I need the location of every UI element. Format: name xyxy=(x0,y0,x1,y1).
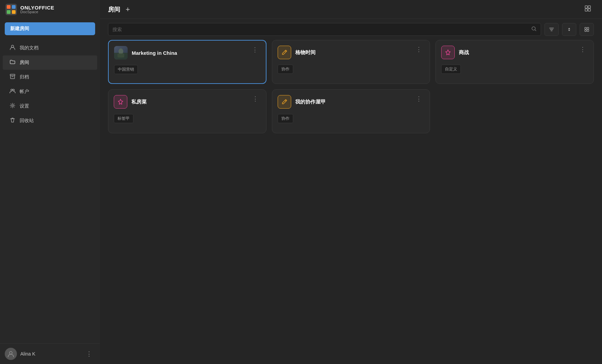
gear-icon xyxy=(9,103,16,110)
pen-icon-container xyxy=(278,95,291,109)
room-title: 格物时间 xyxy=(295,49,316,56)
svg-rect-6 xyxy=(10,74,15,76)
svg-rect-23 xyxy=(117,53,124,58)
sidebar-item-label-trash: 回收站 xyxy=(20,118,34,124)
star-icon-container xyxy=(441,46,455,59)
sidebar-item-settings[interactable]: 设置 xyxy=(3,99,97,113)
pen-icon xyxy=(281,49,288,56)
rooms-grid: Marketing in China ⋮ 中国营销 格物时间 xyxy=(100,40,602,141)
tag: 中国营销 xyxy=(114,65,138,74)
toolbar xyxy=(100,19,602,40)
user-menu-button[interactable]: ⋮ xyxy=(83,349,95,359)
header-left: 房间 + xyxy=(108,5,131,14)
sidebar-item-label-archive: 归档 xyxy=(20,74,29,80)
svg-rect-17 xyxy=(587,27,589,29)
room-title: 我的协作屋甲 xyxy=(295,99,326,105)
main-content: 房间 + xyxy=(100,0,602,364)
sidebar-item-rooms[interactable]: 房间 xyxy=(3,55,97,70)
sidebar-bottom: Alina K ⋮ xyxy=(0,343,100,364)
svg-rect-2 xyxy=(12,5,16,9)
card-header: 商战 ⋮ xyxy=(441,46,588,59)
room-card-shang-zhan[interactable]: 商战 ⋮ 自定义 xyxy=(435,40,594,84)
room-menu-button[interactable]: ⋮ xyxy=(414,95,424,103)
logo-area: ONLYOFFICE DocSpace xyxy=(0,0,100,19)
room-menu-button[interactable]: ⋮ xyxy=(578,46,588,53)
sidebar-item-accounts[interactable]: 帐户 xyxy=(3,85,97,99)
archive-icon xyxy=(9,73,16,81)
room-menu-button[interactable]: ⋮ xyxy=(414,46,424,53)
person-icon xyxy=(9,44,16,52)
app-title: ONLYOFFICE xyxy=(20,5,54,10)
card-tags: 标签甲 xyxy=(114,114,261,123)
room-card-marketing-china[interactable]: Marketing in China ⋮ 中国营销 xyxy=(108,40,266,84)
sidebar-item-my-docs[interactable]: 我的文档 xyxy=(3,41,97,55)
logo-text: ONLYOFFICE DocSpace xyxy=(20,5,54,14)
card-header: 格物时间 ⋮ xyxy=(278,46,425,59)
room-menu-button[interactable]: ⋮ xyxy=(250,95,261,103)
sidebar-item-label-accounts: 帐户 xyxy=(20,89,29,95)
star-icon-container xyxy=(114,95,127,109)
search-button[interactable] xyxy=(531,26,537,33)
sidebar-item-archive[interactable]: 归档 xyxy=(3,70,97,84)
filter-button[interactable] xyxy=(544,23,559,36)
trash-icon xyxy=(9,117,16,124)
tag: 标签甲 xyxy=(114,114,133,123)
pen-icon xyxy=(281,98,288,105)
sidebar: ONLYOFFICE DocSpace 新建房间 我的文档 房间 xyxy=(0,0,100,364)
room-card-si-fang-cai[interactable]: 私房菜 ⋮ 标签甲 xyxy=(108,89,266,133)
svg-rect-19 xyxy=(587,30,589,31)
card-header-left: 格物时间 xyxy=(278,46,316,59)
room-title: 商战 xyxy=(459,49,469,56)
view-toggle-button[interactable] xyxy=(580,23,594,36)
svg-point-9 xyxy=(12,105,14,107)
add-room-button[interactable]: + xyxy=(124,6,131,13)
svg-rect-18 xyxy=(585,30,586,31)
header-right xyxy=(582,3,594,16)
folder-icon xyxy=(9,59,16,66)
card-tags: 中国营销 xyxy=(114,65,260,74)
username-label: Alina K xyxy=(20,351,35,357)
card-header: Marketing in China ⋮ xyxy=(114,46,260,60)
avatar xyxy=(5,348,17,360)
search-input[interactable] xyxy=(112,27,531,32)
sidebar-nav: 我的文档 房间 归档 xyxy=(0,41,100,128)
card-tags: 协作 xyxy=(278,65,425,74)
svg-rect-3 xyxy=(7,10,10,14)
main-header: 房间 + xyxy=(100,0,602,19)
card-header-left: 私房菜 xyxy=(114,95,147,109)
tag: 协作 xyxy=(278,65,293,74)
svg-point-8 xyxy=(13,89,15,91)
svg-rect-11 xyxy=(585,6,587,8)
card-header: 我的协作屋甲 ⋮ xyxy=(278,95,425,109)
layout-toggle-button[interactable] xyxy=(582,3,594,16)
onlyoffice-logo-icon xyxy=(5,4,17,15)
search-box xyxy=(108,23,541,36)
svg-rect-1 xyxy=(7,5,10,9)
room-thumbnail xyxy=(114,46,128,60)
new-room-button[interactable]: 新建房间 xyxy=(5,22,95,35)
room-card-my-collab[interactable]: 我的协作屋甲 ⋮ 协作 xyxy=(272,89,430,133)
svg-rect-16 xyxy=(585,27,586,29)
card-tags: 协作 xyxy=(278,114,425,123)
svg-rect-4 xyxy=(12,10,16,14)
room-title: 私房菜 xyxy=(131,99,147,105)
user-info: Alina K xyxy=(5,348,35,360)
sort-button[interactable] xyxy=(562,23,576,36)
card-header: 私房菜 ⋮ xyxy=(114,95,261,109)
people-icon xyxy=(9,88,16,95)
tag: 协作 xyxy=(278,114,293,123)
page-title: 房间 xyxy=(108,5,120,14)
svg-rect-12 xyxy=(588,6,590,8)
sidebar-item-trash[interactable]: 回收站 xyxy=(3,114,97,128)
card-header-left: 商战 xyxy=(441,46,469,59)
room-card-geshi-time[interactable]: 格物时间 ⋮ 协作 xyxy=(272,40,430,84)
sidebar-item-label-settings: 设置 xyxy=(20,103,29,109)
sidebar-item-label-rooms: 房间 xyxy=(20,60,29,66)
room-title: Marketing in China xyxy=(132,50,177,56)
room-menu-button[interactable]: ⋮ xyxy=(250,46,260,53)
svg-point-7 xyxy=(11,89,13,91)
card-header-left: Marketing in China xyxy=(114,46,177,60)
tag: 自定义 xyxy=(441,65,461,74)
svg-rect-14 xyxy=(588,9,590,11)
star-icon xyxy=(117,98,124,106)
